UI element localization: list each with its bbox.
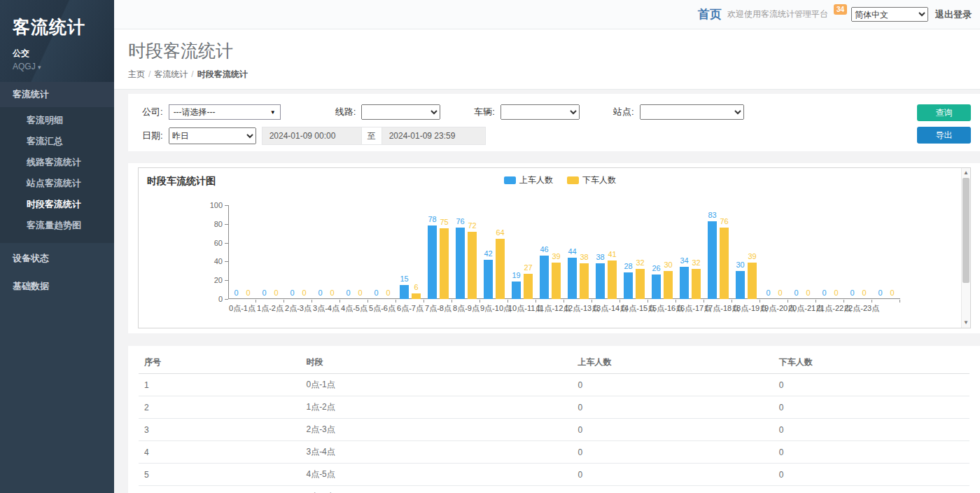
bar-value-label: 41 <box>603 250 622 258</box>
date-end-input[interactable] <box>382 127 486 145</box>
chart-category-slot: 00 <box>284 168 312 299</box>
export-button[interactable]: 导出 <box>917 127 971 144</box>
date-preset-select[interactable]: 昨日 <box>169 127 256 144</box>
y-tick-label: 60 <box>202 239 223 247</box>
chart-category-slot: 4438 <box>564 168 592 299</box>
bar-value-label: 76 <box>715 217 734 225</box>
vehicle-select[interactable] <box>500 104 580 120</box>
chart-category-slot: 00 <box>256 168 284 299</box>
chart-container: 时段车流统计图 上车人数下车人数 020406080100 0000000000… <box>138 167 971 328</box>
bar-alighting <box>440 228 449 299</box>
x-tick-label: 18点-19点 <box>732 300 760 314</box>
table-row: 54点-5点00 <box>139 464 969 486</box>
table-row: 43点-4点00 <box>139 441 969 464</box>
chart-category-slot: 3432 <box>676 168 704 299</box>
chart-category-slot: 00 <box>788 168 816 299</box>
bar-alighting <box>608 261 617 299</box>
hourly-passenger-table: 序号时段上车人数下车人数 10点-1点0021点-2点0032点-3点0043点… <box>139 352 969 493</box>
org-code-dropdown[interactable]: AQGJ ▾ <box>13 62 114 71</box>
chart-category-slot: 00 <box>228 168 256 299</box>
language-select[interactable]: 简体中文 <box>851 7 928 22</box>
scroll-down-arrow[interactable]: ▼ <box>962 319 970 327</box>
x-tick-label: 20点-21点 <box>788 300 816 314</box>
chart-vertical-scrollbar[interactable]: ▲ ▼ <box>961 168 970 328</box>
breadcrumb: 主页/客流统计/时段客流统计 <box>128 69 980 81</box>
company-label: 公司: <box>142 106 163 118</box>
chart-category-slot: 2832 <box>620 168 648 299</box>
bar-value-label: 30 <box>731 261 750 269</box>
app-logo-title: 客流统计 <box>13 15 114 39</box>
breadcrumb-home[interactable]: 主页 <box>128 69 145 79</box>
line-select[interactable] <box>361 104 440 120</box>
sidebar-item[interactable]: 时段客流统计 <box>0 194 114 215</box>
chart-category-slot: 3039 <box>732 168 760 299</box>
bar-alighting <box>664 271 673 299</box>
bar-boarding <box>596 263 605 299</box>
chart-category-slot: 2630 <box>648 168 676 299</box>
table-row: 10点-1点00 <box>139 374 969 396</box>
y-tick-label: 0 <box>202 295 223 303</box>
bar-boarding <box>652 275 661 299</box>
x-tick-label: 19点-20点 <box>760 300 788 314</box>
bar-boarding <box>512 282 521 299</box>
company-select[interactable]: ---请选择--- ▼ <box>169 104 281 120</box>
chart-category-slot: 00 <box>816 168 844 299</box>
bar-boarding <box>624 272 633 299</box>
sidebar-item[interactable]: 站点客流统计 <box>0 173 114 194</box>
sidebar-item[interactable]: 客流量趋势图 <box>0 215 114 236</box>
bar-value-label: 6 <box>407 283 426 291</box>
breadcrumb-passenger-stats[interactable]: 客流统计 <box>154 69 188 79</box>
chart-category-slot: 00 <box>844 168 872 299</box>
scroll-up-arrow[interactable]: ▲ <box>962 169 970 177</box>
sidebar-item[interactable]: 客流汇总 <box>0 131 114 152</box>
bar-value-label: 0 <box>379 289 398 297</box>
bar-boarding <box>736 271 745 299</box>
bar-alighting <box>720 228 729 299</box>
date-start-input[interactable] <box>262 127 362 145</box>
bar-alighting <box>748 263 757 299</box>
bar-alighting <box>412 293 421 299</box>
x-tick-label: 6点-7点 <box>396 300 424 314</box>
query-button[interactable]: 查询 <box>917 104 971 121</box>
sidebar-item[interactable]: 线路客流统计 <box>0 152 114 173</box>
x-tick-label: 22点-23点 <box>844 300 872 314</box>
x-tick-label <box>872 300 900 314</box>
chart-category-slot: 00 <box>760 168 788 299</box>
x-tick-label: 1点-2点 <box>256 300 284 314</box>
x-axis-labels: 0点-1点1点-2点2点-3点3点-4点4点-5点5点-6点6点-7点7点-8点… <box>228 300 900 314</box>
bar-value-label: 72 <box>463 221 482 230</box>
logout-link[interactable]: 退出登录 <box>935 8 972 21</box>
bar-value-label: 32 <box>687 258 706 267</box>
sidebar-item[interactable]: 客流明细 <box>0 110 114 131</box>
x-tick-label: 16点-17点 <box>676 300 704 314</box>
station-select[interactable] <box>640 104 744 120</box>
chart-category-slot: 4264 <box>480 168 508 299</box>
x-tick-label: 2点-3点 <box>284 300 312 314</box>
bar-boarding <box>568 258 577 299</box>
table-row: 65点-6点00 <box>139 486 969 493</box>
page-heading: 时段客流统计 主页/客流统计/时段客流统计 <box>114 29 980 90</box>
station-label: 站点: <box>613 106 634 118</box>
date-to-label: 至 <box>362 127 382 145</box>
chart-category-slot: 4639 <box>536 168 564 299</box>
sidebar-section-base-data[interactable]: 基础数据 <box>0 274 114 299</box>
x-tick-label: 13点-14点 <box>592 300 620 314</box>
x-tick-label: 4点-5点 <box>340 300 368 314</box>
x-tick-label: 17点-18点 <box>704 300 732 314</box>
sidebar-logo-area: 客流统计 公交 AQGJ ▾ <box>0 0 114 82</box>
sidebar-section-passenger-stats[interactable]: 客流统计 <box>0 82 114 107</box>
table-header-cell: 上车人数 <box>573 352 774 374</box>
home-link[interactable]: 首页 <box>698 6 722 22</box>
bar-value-label: 19 <box>507 271 526 279</box>
bar-value-label: 27 <box>519 263 538 272</box>
chart-category-slot: 00 <box>872 168 900 299</box>
scrollbar-thumb[interactable] <box>962 178 969 283</box>
sidebar-section-device-status[interactable]: 设备状态 <box>0 246 114 271</box>
chart-category-slot: 7875 <box>424 168 452 299</box>
table-header-row: 序号时段上车人数下车人数 <box>139 352 969 374</box>
bar-alighting <box>636 269 645 299</box>
bar-value-label: 42 <box>479 249 498 258</box>
chart-category-slot: 1927 <box>508 168 536 299</box>
y-tick-label: 100 <box>202 201 223 209</box>
chart-category-slot: 7672 <box>452 168 480 299</box>
